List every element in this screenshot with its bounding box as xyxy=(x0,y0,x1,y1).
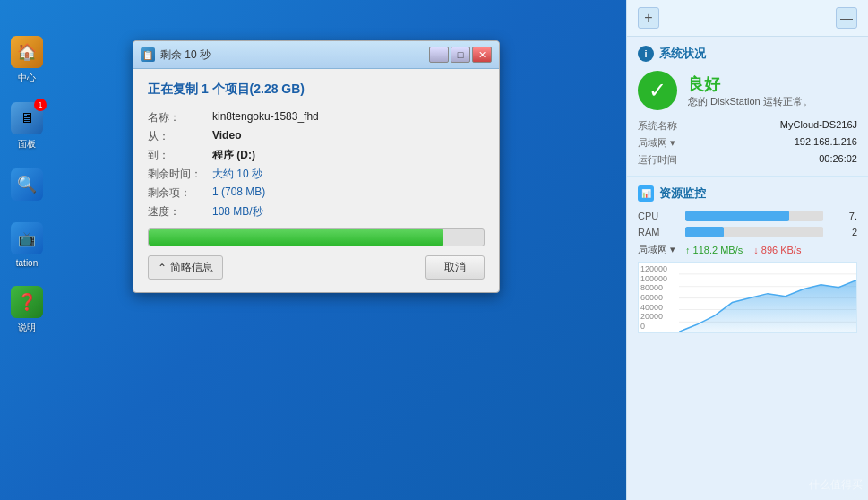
brief-info-label: 简略信息 xyxy=(170,260,213,275)
network-speeds: ↑ 118.2 MB/s ↓ 896 KB/s xyxy=(685,245,801,255)
chart-area: 120000 100000 80000 60000 40000 20000 0 xyxy=(638,262,857,333)
icon-station-label: tation xyxy=(16,258,38,268)
dialog-title-left: 📋 剩余 10 秒 xyxy=(141,47,211,63)
items-label: 剩余项： xyxy=(148,185,212,201)
svg-marker-5 xyxy=(679,280,856,332)
icon-help[interactable]: ❓ 说明 xyxy=(11,286,43,334)
from-label: 从： xyxy=(148,129,212,144)
ram-row: RAM 2 xyxy=(638,227,857,237)
icon-help-label: 说明 xyxy=(18,322,36,334)
system-status-section: i 系统状况 ✓ 良好 您的 DiskStation 运转正常。 系统名称 My… xyxy=(627,37,868,177)
cancel-button[interactable]: 取消 xyxy=(425,255,485,280)
progress-bar-fill xyxy=(149,229,443,246)
status-good-row: ✓ 良好 您的 DiskStation 运转正常。 xyxy=(638,71,857,110)
icon-zhongxin[interactable]: 🏠 中心 xyxy=(11,36,43,84)
info-row-from: 从： Video xyxy=(148,129,485,144)
chart-label-1: 100000 xyxy=(640,274,677,283)
status-text-group: 良好 您的 DiskStation 运转正常。 xyxy=(688,73,812,108)
info-icon: i xyxy=(638,46,654,62)
sys-name-label: 系统名称 xyxy=(638,119,677,133)
cpu-label: CPU xyxy=(638,211,678,221)
dialog-titlebar: 📋 剩余 10 秒 — □ ✕ xyxy=(133,41,499,69)
cpu-bar-bg xyxy=(685,211,823,221)
minimize-icon: — xyxy=(840,11,853,25)
chart-label-6: 0 xyxy=(640,322,677,331)
panel-add-button[interactable]: + xyxy=(638,7,659,29)
status-good-text: 良好 xyxy=(688,73,812,95)
dialog-controls: — □ ✕ xyxy=(429,47,492,63)
items-value: 1 (708 MB) xyxy=(212,185,265,201)
close-button[interactable]: ✕ xyxy=(472,47,492,63)
add-icon: + xyxy=(644,10,652,26)
desktop-icons: 🏠 中心 🖥 1 面板 🔍 📺 tation ❓ xyxy=(0,0,54,500)
cpu-pct: 7. xyxy=(830,211,857,221)
info-row-speed: 速度： 108 MB/秒 xyxy=(148,204,485,220)
from-value: Video xyxy=(212,129,241,144)
sys-uptime-row: 运行时间 00:26:02 xyxy=(638,153,857,167)
sys-name-row: 系统名称 MyCloud-DS216J xyxy=(638,119,857,133)
resource-title: 📊 资源监控 xyxy=(638,185,857,202)
speed-down: ↓ 896 KB/s xyxy=(753,245,801,255)
cpu-row: CPU 7. xyxy=(638,211,857,221)
speed-up: ↑ 118.2 MB/s xyxy=(685,245,743,255)
chevron-icon: ⌃ xyxy=(158,262,167,274)
copy-main-title: 正在复制 1 个项目(2.28 GB) xyxy=(148,82,485,98)
chart-label-0: 120000 xyxy=(640,264,677,273)
ram-bar-bg xyxy=(685,227,823,237)
ram-pct: 2 xyxy=(830,227,857,237)
info-row-name: 名称： kin8tengoku-1583_fhd xyxy=(148,110,485,125)
icon-mianban-label: 面板 xyxy=(18,138,36,151)
status-panel: + — i 系统状况 ✓ 良好 您的 DiskStation 运转正常。 系统名… xyxy=(626,0,868,500)
progress-bar-container xyxy=(148,228,485,246)
ram-label: RAM xyxy=(638,227,678,237)
sys-lan-value: 192.168.1.216 xyxy=(795,136,857,150)
resource-monitor-section: 📊 资源监控 CPU 7. RAM 2 局域网 ▾ ↑ 118.2 MB/s ↓… xyxy=(627,177,868,500)
check-circle-icon: ✓ xyxy=(638,71,677,110)
sys-uptime-value: 00:26:02 xyxy=(819,153,857,167)
copy-dialog: 📋 剩余 10 秒 — □ ✕ 正在复制 1 个项目(2.28 GB) 名称： … xyxy=(133,40,500,293)
chart-label-5: 20000 xyxy=(640,312,677,321)
network-row: 局域网 ▾ ↑ 118.2 MB/s ↓ 896 KB/s xyxy=(638,243,857,256)
mianban-badge: 1 xyxy=(34,99,47,111)
panel-minimize-button[interactable]: — xyxy=(836,7,857,29)
speed-value: 108 MB/秒 xyxy=(212,204,263,220)
dialog-footer: ⌃ 简略信息 取消 xyxy=(148,255,485,280)
chart-label-3: 60000 xyxy=(640,293,677,302)
chart-label-2: 80000 xyxy=(640,283,677,292)
watermark: 什么值得买 xyxy=(809,478,863,493)
icon-mianban[interactable]: 🖥 1 面板 xyxy=(11,102,43,151)
cpu-bar-fill xyxy=(685,211,789,221)
brief-info-button[interactable]: ⌃ 简略信息 xyxy=(148,255,223,280)
dialog-title: 剩余 10 秒 xyxy=(160,47,211,63)
ram-bar-fill xyxy=(685,227,724,237)
network-label[interactable]: 局域网 ▾ xyxy=(638,243,678,256)
status-sub-text: 您的 DiskStation 运转正常。 xyxy=(688,95,812,108)
dialog-body: 正在复制 1 个项目(2.28 GB) 名称： kin8tengoku-1583… xyxy=(133,69,499,292)
name-label: 名称： xyxy=(148,110,212,125)
sys-name-value: MyCloud-DS216J xyxy=(780,119,857,133)
chart-labels: 120000 100000 80000 60000 40000 20000 0 xyxy=(639,263,679,332)
cancel-label: 取消 xyxy=(444,261,466,273)
sys-uptime-label: 运行时间 xyxy=(638,153,677,167)
sys-lan-label[interactable]: 局域网 ▾ xyxy=(638,136,675,150)
time-label: 剩余时间： xyxy=(148,167,212,182)
minimize-button[interactable]: — xyxy=(429,47,449,63)
system-info-rows: 系统名称 MyCloud-DS216J 局域网 ▾ 192.168.1.216 … xyxy=(638,119,857,167)
icon-search[interactable]: 🔍 xyxy=(11,168,43,204)
maximize-button[interactable]: □ xyxy=(451,47,470,63)
speed-label: 速度： xyxy=(148,204,212,220)
icon-zhongxin-label: 中心 xyxy=(18,72,36,84)
sys-lan-row: 局域网 ▾ 192.168.1.216 xyxy=(638,136,857,150)
network-chart xyxy=(679,263,856,333)
icon-station[interactable]: 📺 tation xyxy=(11,222,43,268)
info-row-to: 到： 程序 (D:) xyxy=(148,148,485,163)
time-value: 大约 10 秒 xyxy=(212,167,262,182)
system-status-title: i 系统状况 xyxy=(638,46,857,62)
chart-label-4: 40000 xyxy=(640,303,677,312)
panel-header: + — xyxy=(627,0,868,37)
info-row-time: 剩余时间： 大约 10 秒 xyxy=(148,167,485,182)
dialog-icon: 📋 xyxy=(141,47,155,62)
name-value: kin8tengoku-1583_fhd xyxy=(212,110,319,125)
to-label: 到： xyxy=(148,148,212,163)
resource-icon: 📊 xyxy=(638,185,654,202)
